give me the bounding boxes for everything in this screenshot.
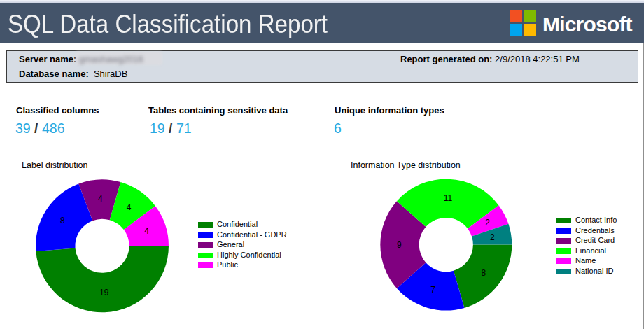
svg-text:19: 19 <box>99 288 109 298</box>
svg-text:4: 4 <box>127 202 132 212</box>
svg-text:2: 2 <box>490 232 495 242</box>
svg-text:7: 7 <box>430 285 435 295</box>
svg-text:4: 4 <box>144 226 149 236</box>
svg-text:8: 8 <box>482 268 486 278</box>
svg-text:2: 2 <box>485 218 490 227</box>
svg-text:4: 4 <box>98 194 103 204</box>
svg-text:11: 11 <box>444 193 453 203</box>
svg-text:9: 9 <box>397 240 402 250</box>
svg-text:8: 8 <box>60 216 65 225</box>
